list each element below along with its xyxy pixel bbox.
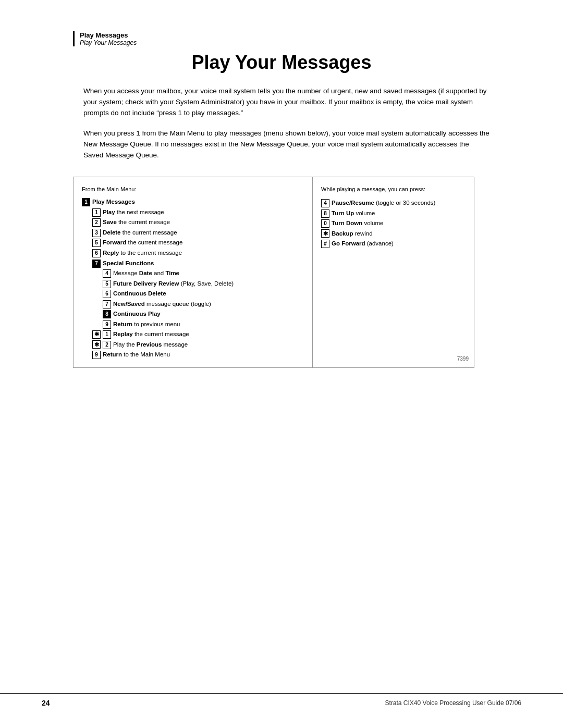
- menu-from-label: From the Main Menu:: [82, 184, 304, 194]
- list-item: 5 Forward the current message: [92, 238, 304, 248]
- menu-label-play-next: Play the next message: [103, 207, 164, 218]
- list-item: 1 Play the next message: [92, 207, 304, 218]
- menu-label-delete: Delete the current message: [103, 228, 177, 238]
- list-item: ✱ Backup rewind: [321, 229, 466, 239]
- menu-label-reply: Reply to the current message: [103, 248, 182, 258]
- list-item: 9 Return to the Main Menu: [92, 350, 304, 360]
- list-item: ✱ 1 Replay the current message: [92, 329, 304, 340]
- key-badge-star-icon-2: ✱: [92, 340, 101, 349]
- page-title: Play Your Messages: [42, 52, 521, 73]
- body-paragraph-1: When you access your mailbox, your voice…: [83, 86, 490, 119]
- key-badge-delete: 3: [92, 229, 101, 237]
- page: Play Messages Play Your Messages Play Yo…: [0, 0, 563, 728]
- key-badge-turn-up: 8: [321, 209, 329, 218]
- menu-label-future-delivery: Future Delivery Review (Play, Save, Dele…: [113, 279, 234, 289]
- list-item: 7 Special Functions: [92, 258, 304, 269]
- menu-label-date-time: Message Date and Time: [113, 268, 179, 279]
- menu-label-pause-resume: Pause/Resume (toggle or 30 seconds): [332, 198, 435, 208]
- list-item: 3 Delete the current message: [92, 228, 304, 238]
- key-badge-replay: 1: [103, 330, 111, 339]
- list-item: 4 Pause/Resume (toggle or 30 seconds): [321, 198, 466, 208]
- key-badge-pause-resume: 4: [321, 199, 329, 207]
- key-badge-continuous-play: 8: [103, 310, 111, 318]
- key-badge-special: 7: [92, 260, 101, 268]
- menu-box: From the Main Menu: 1 Play Messages 1 Pl…: [73, 177, 313, 368]
- menu-label-forward: Forward the current message: [103, 238, 182, 248]
- breadcrumb-title: Play Messages: [80, 31, 521, 39]
- menu-label-return-prev: Return to previous menu: [113, 319, 180, 330]
- key-badge-return-prev: 9: [103, 320, 111, 329]
- list-item: 7 New/Saved message queue (toggle): [103, 299, 304, 310]
- list-item: 9 Return to previous menu: [103, 319, 304, 330]
- menu-label-replay: Replay the current message: [113, 329, 189, 340]
- menu-label-backup: Backup rewind: [332, 229, 373, 239]
- menu-label-special: Special Functions: [103, 258, 154, 269]
- list-item: 8 Continuous Play: [103, 309, 304, 319]
- key-badge-future-delivery: 5: [103, 280, 111, 288]
- breadcrumb: Play Messages Play Your Messages: [73, 31, 521, 46]
- right-panel: While playing a message, you can press: …: [313, 177, 474, 368]
- menu-label-continuous-delete: Continuous Delete: [113, 289, 166, 299]
- key-badge-return-main: 9: [92, 351, 101, 359]
- list-item: ✱ 2 Play the Previous message: [92, 340, 304, 350]
- list-item: 2 Save the current mesage: [92, 217, 304, 228]
- breadcrumb-subtitle: Play Your Messages: [80, 39, 521, 46]
- menu-label-return-main: Return to the Main Menu: [103, 350, 170, 360]
- key-badge-reply: 6: [92, 249, 101, 257]
- menu-label-turn-down: Turn Down volume: [332, 218, 383, 229]
- key-badge-continuous-delete: 6: [103, 290, 111, 298]
- key-badge-play-prev: 2: [103, 341, 111, 349]
- diagram-area: From the Main Menu: 1 Play Messages 1 Pl…: [73, 177, 490, 368]
- menu-label-save: Save the current mesage: [103, 217, 170, 228]
- list-item: 6 Continuous Delete: [103, 289, 304, 299]
- body-paragraph-2: When you press 1 from the Main Menu to p…: [83, 128, 490, 161]
- list-item: 6 Reply to the current message: [92, 248, 304, 258]
- list-item: 0 Turn Down volume: [321, 218, 466, 229]
- key-badge-forward: 5: [92, 239, 101, 247]
- menu-label-continuous-play: Continuous Play: [113, 309, 161, 319]
- right-panel-title: While playing a message, you can press:: [321, 184, 466, 194]
- footer-page-number: 24: [42, 699, 50, 707]
- menu-label-play-messages: Play Messages: [92, 197, 135, 207]
- key-badge-new-saved: 7: [103, 300, 111, 309]
- footer-doc-title: Strata CIX40 Voice Processing User Guide…: [385, 699, 521, 707]
- key-badge-turn-down: 0: [321, 219, 329, 228]
- page-footer: 24 Strata CIX40 Voice Processing User Gu…: [0, 693, 563, 707]
- key-badge-play-next: 1: [92, 208, 101, 217]
- menu-label-play-prev: Play the Previous message: [113, 340, 188, 350]
- menu-label-go-forward: Go Forward (advance): [332, 239, 394, 249]
- list-item: 4 Message Date and Time: [103, 268, 304, 279]
- key-badge-star-icon: ✱: [92, 330, 101, 339]
- menu-label-new-saved: New/Saved message queue (toggle): [113, 299, 211, 310]
- key-badge-save: 2: [92, 218, 101, 227]
- key-badge-play-messages: 1: [82, 198, 90, 206]
- key-badge-date-time: 4: [103, 269, 111, 278]
- list-item: 8 Turn Up volume: [321, 208, 466, 219]
- menu-label-turn-up: Turn Up volume: [332, 208, 375, 219]
- list-item: 5 Future Delivery Review (Play, Save, De…: [103, 279, 304, 289]
- ref-number: 7399: [457, 354, 469, 363]
- list-item: # Go Forward (advance): [321, 239, 466, 249]
- list-item: 1 Play Messages: [82, 197, 304, 207]
- key-badge-go-forward: #: [321, 240, 329, 248]
- key-badge-backup: ✱: [321, 229, 329, 238]
